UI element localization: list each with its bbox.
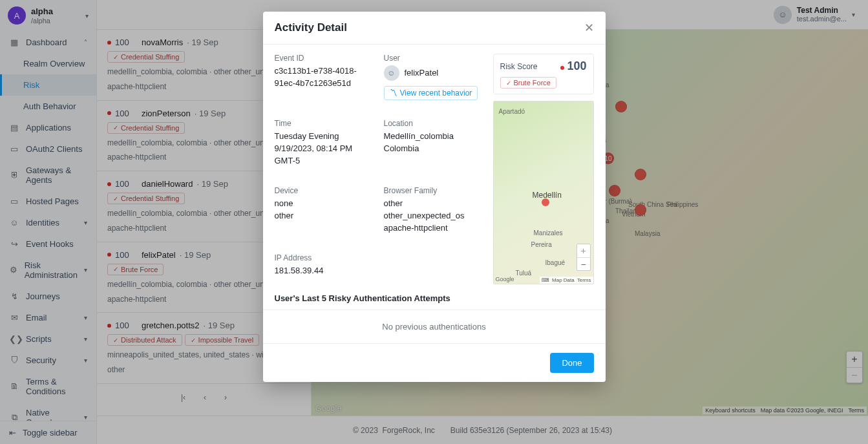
map-city: Tuluá bbox=[516, 270, 532, 277]
risk-label: Risk Score bbox=[500, 62, 538, 71]
field-value: Medellín_colombia bbox=[384, 131, 484, 143]
field-label: Event ID bbox=[275, 54, 375, 63]
field-value: other bbox=[275, 210, 375, 222]
field-event-id: Event ID c3c113b1-e738-4018-91ec-4b7c126… bbox=[275, 54, 375, 107]
button-label: View recent behavior bbox=[400, 89, 472, 98]
modal-title: Activity Detail bbox=[275, 21, 347, 34]
field-user: User ☺ felixPatel 〽 View recent behavior bbox=[384, 54, 484, 107]
field-value: Colombia bbox=[384, 143, 484, 155]
field-value: felixPatel bbox=[405, 67, 439, 79]
zoom-in-button[interactable]: + bbox=[577, 244, 590, 257]
risk-column: Risk Score 100 Brute Force Apartadó Mede… bbox=[493, 54, 594, 284]
zoom-out-button[interactable]: − bbox=[577, 257, 590, 270]
detail-map-attr: ⌨ Map Data Terms bbox=[540, 277, 593, 284]
field-browser: Browser Family other other_unexpected_os… bbox=[384, 186, 484, 242]
close-icon[interactable]: ✕ bbox=[584, 21, 594, 35]
field-device: Device none other bbox=[275, 186, 375, 242]
field-value: Tuesday Evening bbox=[275, 131, 375, 143]
map-pin-icon bbox=[542, 198, 549, 206]
field-value: 9/19/2023, 08:14 PM GMT-5 bbox=[275, 143, 375, 167]
risk-score-value: 100 bbox=[567, 59, 586, 72]
field-time: Time Tuesday Evening 9/19/2023, 08:14 PM… bbox=[275, 119, 375, 174]
field-location: Location Medellín_colombia Colombia bbox=[384, 119, 484, 174]
google-logo: Google bbox=[496, 276, 514, 282]
map-data-link[interactable]: Map Data bbox=[552, 277, 575, 283]
map-terms-link[interactable]: Terms bbox=[577, 277, 591, 283]
field-label: Device bbox=[275, 186, 375, 195]
activity-detail-modal: Activity Detail ✕ Event ID c3c113b1-e738… bbox=[263, 12, 606, 382]
map-city: Pereira bbox=[531, 241, 552, 248]
risk-dot-icon bbox=[560, 66, 564, 70]
field-label: Location bbox=[384, 119, 484, 128]
no-previous-auth: No previous authentications bbox=[263, 310, 606, 344]
done-button[interactable]: Done bbox=[550, 353, 593, 373]
map-city: Manizales bbox=[534, 229, 563, 237]
map-city: Ibagué bbox=[545, 259, 566, 266]
map-city: Apartadó bbox=[499, 108, 525, 115]
risk-tag: Brute Force bbox=[500, 77, 556, 89]
detail-zoom: + − bbox=[577, 244, 591, 271]
field-value: apache-httpclient bbox=[384, 222, 484, 235]
field-value: c3c113b1-e738-4018-91ec-4b7c1263e51d bbox=[275, 65, 375, 90]
risk-score-box: Risk Score 100 Brute Force bbox=[493, 54, 594, 94]
field-label: Time bbox=[275, 119, 375, 128]
field-label: IP Address bbox=[275, 253, 375, 262]
user-avatar-icon: ☺ bbox=[384, 65, 399, 81]
field-value: other other_unexpected_os bbox=[384, 198, 484, 222]
field-label: User bbox=[384, 54, 484, 63]
modal-overlay[interactable]: Activity Detail ✕ Event ID c3c113b1-e738… bbox=[0, 0, 868, 444]
view-recent-behavior-button[interactable]: 〽 View recent behavior bbox=[384, 86, 478, 100]
field-value: none bbox=[275, 198, 375, 210]
field-ip: IP Address 181.58.39.44 bbox=[275, 253, 375, 284]
chart-icon: 〽 bbox=[390, 89, 397, 98]
field-label: Browser Family bbox=[384, 186, 484, 195]
detail-map[interactable]: Apartadó Medellín Manizales Pereira Ibag… bbox=[493, 101, 594, 284]
last5-heading: User's Last 5 Risky Authentication Attem… bbox=[263, 291, 606, 310]
field-value: 181.58.39.44 bbox=[275, 265, 375, 277]
